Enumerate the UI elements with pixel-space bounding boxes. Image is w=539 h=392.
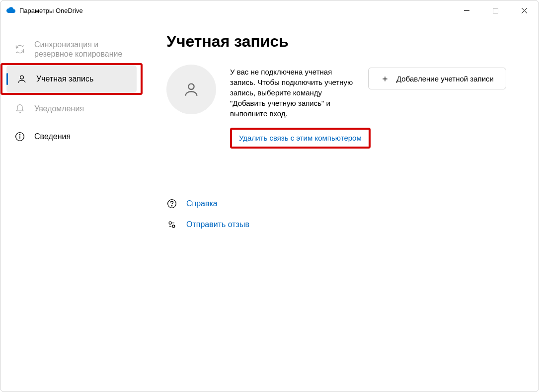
account-message: У вас не подключена учетная запись. Чтоб… xyxy=(230,67,354,119)
add-account-label: Добавление учетной записи xyxy=(396,75,494,83)
add-account-button[interactable]: ＋ Добавление учетной записи xyxy=(368,68,506,89)
sync-icon xyxy=(14,44,25,55)
svg-point-8 xyxy=(188,84,194,89)
titlebar-left: Параметры OneDrive xyxy=(6,6,452,15)
page-title: Учетная запись xyxy=(166,32,515,51)
sidebar-item-sync: Синхронизация и резервное копирование xyxy=(0,35,145,63)
svg-point-12 xyxy=(172,225,175,228)
help-icon xyxy=(166,198,177,209)
svg-point-4 xyxy=(20,76,24,79)
feedback-icon xyxy=(166,219,177,230)
svg-point-10 xyxy=(171,206,172,206)
sidebar-item-account[interactable]: Учетная запись xyxy=(6,65,137,93)
maximize-button[interactable] xyxy=(481,0,510,20)
sidebar-item-notifications: Уведомления xyxy=(0,95,145,123)
window-title: Параметры OneDrive xyxy=(19,7,83,14)
avatar xyxy=(166,65,216,114)
svg-point-7 xyxy=(19,135,20,135)
help-section: Справка Отправить отзыв xyxy=(166,193,515,235)
svg-point-11 xyxy=(169,222,171,224)
help-label: Справка xyxy=(186,199,218,208)
unlink-highlight: Удалить связь с этим компьютером xyxy=(230,128,371,149)
sidebar-item-label: Уведомления xyxy=(34,104,84,113)
feedback-label: Отправить отзыв xyxy=(186,220,249,229)
account-row: У вас не подключена учетная запись. Чтоб… xyxy=(166,65,515,119)
bell-icon xyxy=(14,103,25,114)
close-button[interactable] xyxy=(510,0,539,20)
titlebar: Параметры OneDrive xyxy=(0,0,539,20)
main-content: Учетная запись У вас не подключена учетн… xyxy=(145,20,539,392)
sidebar: Синхронизация и резервное копирование Уч… xyxy=(0,20,145,392)
minimize-button[interactable] xyxy=(452,0,481,20)
svg-rect-1 xyxy=(493,8,498,13)
feedback-link-row[interactable]: Отправить отзыв xyxy=(166,214,515,235)
person-icon xyxy=(16,74,27,84)
account-message-block: У вас не подключена учетная запись. Чтоб… xyxy=(230,65,354,119)
plus-icon: ＋ xyxy=(381,74,389,83)
window-controls xyxy=(452,0,539,20)
sidebar-item-label: Синхронизация и резервное копирование xyxy=(34,40,122,59)
onedrive-cloud-icon xyxy=(6,6,15,15)
info-icon xyxy=(14,131,25,142)
unlink-pc-link[interactable]: Удалить связь с этим компьютером xyxy=(239,134,362,142)
sidebar-item-about[interactable]: Сведения xyxy=(0,123,145,151)
sidebar-item-label: Учетная запись xyxy=(36,74,93,83)
help-link-row[interactable]: Справка xyxy=(166,193,515,214)
sidebar-item-label: Сведения xyxy=(34,132,71,141)
